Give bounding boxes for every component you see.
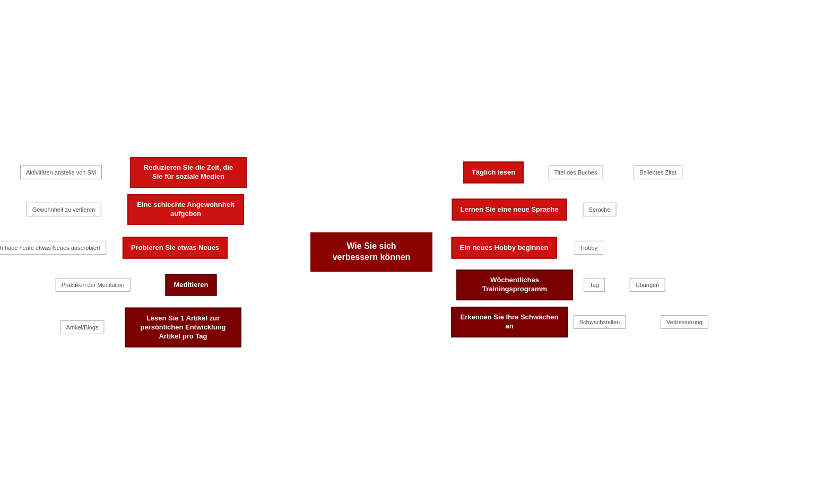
leaf-uebungen[interactable]: Übungen: [630, 278, 665, 292]
leaf-gewohnheit[interactable]: Gewohnheit zu verlieren: [27, 203, 101, 216]
leaf-aktivitaeten[interactable]: Aktivitäten anstelle von SM: [20, 166, 102, 179]
leaf-hobby_leaf[interactable]: Hobby: [575, 241, 603, 255]
leaf-sprache_leaf[interactable]: Sprache: [583, 203, 617, 216]
branch-sprache[interactable]: Lernen Sie eine neue Sprache: [452, 199, 567, 221]
branch-neues[interactable]: Probieren Sie etwas Neues: [123, 237, 228, 259]
leaf-tag[interactable]: Tag: [584, 278, 605, 292]
leaf-artikel[interactable]: Artikel/Blogs: [60, 320, 104, 334]
branch-reduzieren[interactable]: Reduzieren Sie die Zeit, die Sie für soz…: [130, 157, 247, 188]
branch-schwaechen[interactable]: Erkennen Sie Ihre Schwächen an: [451, 307, 568, 337]
branch-hobby[interactable]: Ein neues Hobby beginnen: [452, 237, 557, 259]
leaf-zitat[interactable]: Beliebtes Zitat: [634, 166, 682, 179]
leaf-praktiken[interactable]: Praktiken der Meditation: [56, 278, 131, 292]
branch-training[interactable]: Wöchentliches Trainingsprogramm: [456, 270, 573, 300]
leaf-heute[interactable]: Ich habe heute etwas Neues ausprobiert: [0, 241, 106, 255]
branch-taeglich_lesen[interactable]: Täglich lesen: [463, 162, 524, 184]
center-node[interactable]: Wie Sie sich verbessern können: [310, 232, 432, 272]
leaf-schwachstellen[interactable]: Schwachstellen: [574, 315, 626, 329]
leaf-titel[interactable]: Titel des Buches: [549, 166, 603, 179]
mindmap-container: Wie Sie sich verbessern könnenReduzieren…: [0, 0, 815, 504]
branch-lesen_artikel[interactable]: Lesen Sie 1 Artikel zur persönlichen Ent…: [125, 308, 241, 347]
leaf-verbesserung[interactable]: Verbesserung: [661, 315, 708, 329]
branch-schlechte[interactable]: Eine schlechte Angewohnheit aufgeben: [127, 194, 244, 225]
branch-meditieren[interactable]: Meditieren: [165, 274, 216, 296]
